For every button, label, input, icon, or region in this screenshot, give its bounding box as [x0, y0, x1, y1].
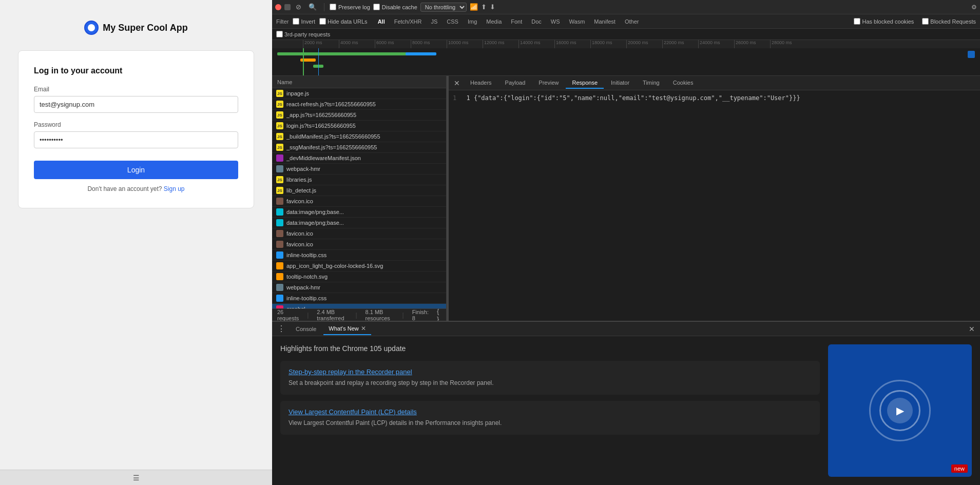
doc-icon: [276, 284, 283, 291]
network-item[interactable]: JS libraries.js: [272, 174, 446, 185]
has-blocked-cookies-toggle[interactable]: Has blocked cookies: [854, 18, 914, 25]
detail-panel: ✕ Headers Payload Preview Response Initi…: [449, 76, 980, 321]
network-item[interactable]: inline-tooltip.css: [272, 293, 446, 304]
filter-tab-wasm[interactable]: Wasm: [565, 17, 589, 26]
settings-icon[interactable]: ⚙: [971, 4, 977, 11]
detail-close-button[interactable]: ✕: [451, 78, 463, 88]
network-item[interactable]: data:image/png;base...: [272, 207, 446, 218]
finish-time: Finish: 8: [412, 309, 429, 321]
filter-tab-all[interactable]: All: [374, 17, 389, 26]
ico-icon: [276, 230, 283, 237]
filter-tab-ws[interactable]: WS: [547, 17, 564, 26]
feature-card-lcp[interactable]: View Largest Contentful Paint (LCP) deta…: [280, 401, 820, 435]
feature-card-replay[interactable]: Step-by-step replay in the Recorder pane…: [280, 361, 820, 395]
filter-tab-img[interactable]: Img: [464, 17, 481, 26]
filter-tab-doc[interactable]: Doc: [527, 17, 546, 26]
whats-new-close-icon[interactable]: ✕: [361, 325, 366, 332]
whats-new-video[interactable]: ▶ new: [828, 344, 972, 477]
password-field[interactable]: [34, 131, 238, 148]
detail-tab-response[interactable]: Response: [566, 77, 604, 89]
export-icon[interactable]: ⬇: [490, 3, 495, 11]
js-icon: JS: [276, 176, 283, 183]
filter-tab-css[interactable]: CSS: [443, 17, 463, 26]
filter-tab-other[interactable]: Other: [621, 17, 643, 26]
detail-tab-payload[interactable]: Payload: [499, 77, 532, 89]
timeline[interactable]: 2000 ms 4000 ms 6000 ms 8000 ms 10000 ms…: [272, 40, 980, 76]
network-item[interactable]: app_icon_light_bg-color-locked-16.svg: [272, 261, 446, 271]
filter-icon[interactable]: ⊘: [294, 2, 303, 12]
ruler-tick-12000: 12000 ms: [483, 40, 505, 48]
detail-tab-timing[interactable]: Timing: [637, 77, 666, 89]
network-list-items[interactable]: JS inpage.js JS react-refresh.js?ts=1662…: [272, 88, 446, 308]
signup-link[interactable]: Sign up: [164, 185, 185, 192]
format-button[interactable]: { }: [437, 307, 441, 321]
detail-tabs: ✕ Headers Payload Preview Response Initi…: [449, 76, 980, 90]
ruler-tick-8000: 8000 ms: [411, 40, 430, 48]
preserve-log-checkbox[interactable]: [330, 4, 336, 10]
feature-card-title-2[interactable]: View Largest Contentful Paint (LCP) deta…: [289, 408, 812, 416]
disable-cache-toggle[interactable]: Disable cache: [373, 4, 417, 10]
detail-tab-cookies[interactable]: Cookies: [667, 77, 700, 89]
response-text: 1 {"data":{"login":{"id":"5","name":null…: [466, 94, 800, 102]
disable-cache-checkbox[interactable]: [373, 4, 380, 10]
detail-tab-headers[interactable]: Headers: [464, 77, 498, 89]
app-panel: My Super Cool App Log in to your account…: [0, 0, 272, 485]
feature-card-title-1[interactable]: Step-by-step replay in the Recorder pane…: [289, 368, 812, 376]
hamburger-icon[interactable]: ☰: [133, 474, 140, 482]
network-item[interactable]: JS inpage.js: [272, 88, 446, 99]
filter-tab-media[interactable]: Media: [482, 17, 506, 26]
password-group: Password: [34, 121, 238, 148]
filter-type-tabs: All Fetch/XHR JS CSS Img Media Font Doc …: [374, 17, 643, 26]
invert-toggle[interactable]: Invert: [293, 18, 315, 25]
network-item[interactable]: JS login.js?ts=1662556660955: [272, 121, 446, 131]
detail-tab-initiator[interactable]: Initiator: [605, 77, 636, 89]
network-item[interactable]: JS _buildManifest.js?ts=1662556660955: [272, 131, 446, 142]
detail-tab-preview[interactable]: Preview: [532, 77, 565, 89]
filter-tab-fetchxhr[interactable]: Fetch/XHR: [390, 17, 426, 26]
network-item[interactable]: _devMiddlewareManifest.json: [272, 153, 446, 164]
hide-data-urls-toggle[interactable]: Hide data URLs: [319, 18, 368, 25]
network-list-header: Name: [272, 76, 446, 88]
throttle-select[interactable]: No throttling Fast 3G Slow 3G: [420, 3, 467, 12]
login-heading: Log in to your account: [34, 66, 238, 75]
network-item[interactable]: tooltip-notch.svg: [272, 271, 446, 282]
network-item-selected[interactable]: graphql: [272, 304, 446, 308]
import-icon[interactable]: ⬆: [481, 3, 487, 11]
email-field[interactable]: [34, 96, 238, 113]
bottom-panel-close-button[interactable]: ✕: [966, 324, 978, 334]
stop-button[interactable]: [284, 4, 291, 10]
filter-tab-manifest[interactable]: Manifest: [590, 17, 620, 26]
blocked-requests-toggle[interactable]: Blocked Requests: [922, 18, 976, 25]
feature-card-desc-2: View Largest Contentful Paint (LCP) deta…: [289, 419, 812, 428]
preserve-log-toggle[interactable]: Preserve log: [330, 4, 370, 10]
bottom-panel-menu-icon[interactable]: ⋮: [274, 323, 289, 335]
ruler-tick-14000: 14000 ms: [518, 40, 541, 48]
whats-new-tab[interactable]: What's New ✕: [323, 323, 371, 335]
timeline-indicator: [968, 51, 975, 58]
search-icon[interactable]: 🔍: [306, 2, 319, 12]
filter-tab-js[interactable]: JS: [427, 17, 441, 26]
network-item[interactable]: JS _ssgManifest.js?ts=1662556660955: [272, 142, 446, 153]
record-button[interactable]: [275, 4, 281, 10]
console-tab[interactable]: Console: [291, 324, 321, 334]
network-item[interactable]: webpack-hmr: [272, 164, 446, 174]
resources-size: 8.1 MB resources: [366, 309, 394, 321]
network-item[interactable]: JS _app.js?ts=1662556660955: [272, 110, 446, 121]
ruler-tick-22000: 22000 ms: [662, 40, 684, 48]
network-item[interactable]: favicon.ico: [272, 228, 446, 239]
timeline-marker-blue: [318, 48, 319, 76]
css-icon: [276, 295, 283, 302]
app-logo-icon: [84, 21, 99, 35]
network-item[interactable]: data:image/png;base...: [272, 218, 446, 228]
ruler-tick-2000: 2000 ms: [303, 40, 322, 48]
network-item[interactable]: favicon.ico: [272, 239, 446, 250]
devtools-panel: ⊘ 🔍 Preserve log Disable cache No thrott…: [272, 0, 980, 485]
network-item[interactable]: inline-tooltip.css: [272, 250, 446, 261]
third-party-toggle[interactable]: 3rd-party requests: [276, 31, 330, 37]
network-item[interactable]: favicon.ico: [272, 196, 446, 207]
network-item[interactable]: JS lib_detect.js: [272, 185, 446, 196]
network-item[interactable]: JS react-refresh.js?ts=1662556660955: [272, 99, 446, 110]
filter-tab-font[interactable]: Font: [507, 17, 526, 26]
login-button[interactable]: Login: [34, 161, 238, 179]
network-item[interactable]: webpack-hmr: [272, 282, 446, 293]
